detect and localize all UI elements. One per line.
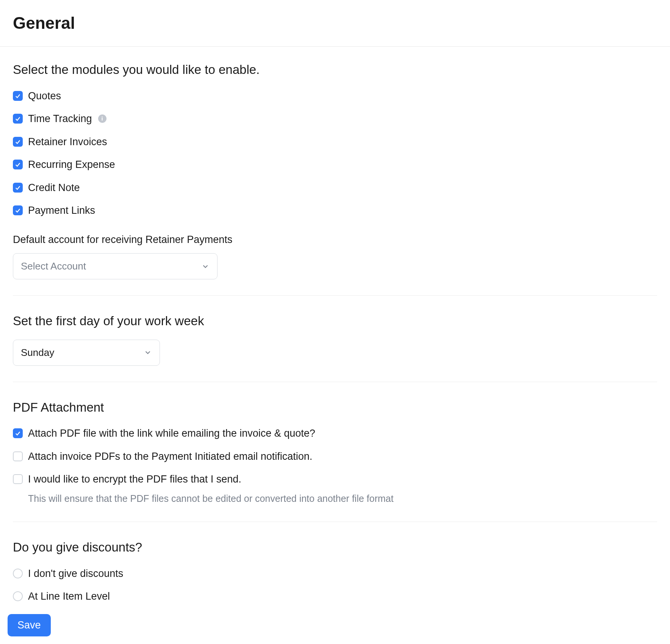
section-divider: [13, 522, 657, 522]
info-icon[interactable]: i: [98, 114, 106, 123]
pdf-list: Attach PDF file with the link while emai…: [13, 426, 657, 506]
module-checkbox[interactable]: [13, 160, 23, 169]
discount-option-label: I don't give discounts: [28, 566, 123, 581]
pdf-row: Attach invoice PDFs to the Payment Initi…: [13, 449, 657, 464]
footer: Save: [0, 606, 670, 644]
section-divider: [13, 382, 657, 382]
module-label: Credit Note: [28, 180, 80, 196]
pdf-row: Attach PDF file with the link while emai…: [13, 426, 657, 441]
week-start-value: Sunday: [21, 345, 54, 360]
chevron-down-icon: [144, 348, 152, 357]
module-label: Quotes: [28, 88, 61, 104]
pdf-label: Attach PDF file with the link while emai…: [28, 426, 315, 441]
pdf-heading: PDF Attachment: [13, 398, 657, 417]
section-divider: [13, 295, 657, 296]
module-row: Payment Links: [13, 203, 657, 218]
pdf-label: I would like to encrypt the PDF files th…: [28, 472, 241, 487]
discount-option-row: I don't give discounts: [13, 566, 657, 581]
pdf-checkbox[interactable]: [13, 428, 23, 438]
save-button[interactable]: Save: [8, 614, 51, 636]
module-checkbox[interactable]: [13, 205, 23, 215]
content: Select the modules you would like to ena…: [0, 47, 670, 644]
module-label: Recurring Expense: [28, 157, 115, 172]
pdf-helper-text: This will ensure that the PDF files cann…: [28, 492, 657, 506]
module-checkbox[interactable]: [13, 114, 23, 124]
retainer-account-select[interactable]: Select Account: [13, 253, 218, 279]
module-row: Time Trackingi: [13, 111, 657, 127]
pdf-checkbox[interactable]: [13, 474, 23, 484]
module-checkbox[interactable]: [13, 183, 23, 193]
discount-option-row: At Line Item Level: [13, 589, 657, 604]
modules-heading: Select the modules you would like to ena…: [13, 60, 657, 79]
module-row: Recurring Expense: [13, 157, 657, 172]
module-label: Retainer Invoices: [28, 134, 107, 150]
retainer-account-placeholder: Select Account: [21, 259, 86, 274]
module-row: Credit Note: [13, 180, 657, 196]
module-checkbox[interactable]: [13, 91, 23, 101]
discount-option-label: At Line Item Level: [28, 589, 110, 604]
week-heading: Set the first day of your work week: [13, 312, 657, 331]
module-row: Retainer Invoices: [13, 134, 657, 150]
module-row: Quotes: [13, 88, 657, 104]
retainer-account-label: Default account for receiving Retainer P…: [13, 232, 657, 248]
module-checkbox[interactable]: [13, 137, 23, 147]
week-start-select[interactable]: Sunday: [13, 340, 160, 366]
pdf-checkbox[interactable]: [13, 451, 23, 461]
module-label: Payment Links: [28, 203, 95, 218]
pdf-label: Attach invoice PDFs to the Payment Initi…: [28, 449, 312, 464]
discounts-heading: Do you give discounts?: [13, 538, 657, 557]
module-label: Time Tracking: [28, 111, 92, 127]
modules-list: QuotesTime TrackingiRetainer InvoicesRec…: [13, 88, 657, 218]
page-title: General: [13, 11, 657, 36]
page-header: General: [0, 0, 670, 46]
chevron-down-icon: [201, 262, 210, 271]
discount-radio[interactable]: [13, 569, 23, 578]
discount-radio[interactable]: [13, 591, 23, 601]
pdf-row: I would like to encrypt the PDF files th…: [13, 472, 657, 487]
